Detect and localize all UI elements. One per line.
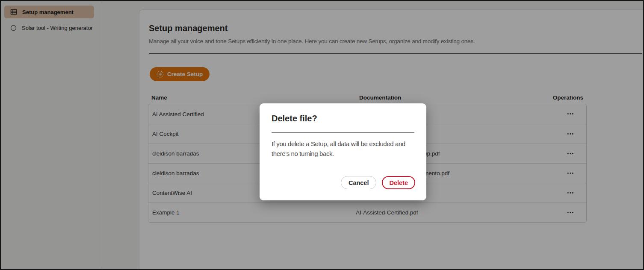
delete-button[interactable]: Delete (382, 176, 415, 189)
dialog-message: If you delete a Setup, all data will be … (272, 139, 415, 158)
dialog-actions: Cancel Delete (341, 176, 415, 189)
cancel-button[interactable]: Cancel (341, 176, 377, 189)
app-window: Setup management Solar tool - Writing ge… (0, 0, 644, 270)
delete-file-dialog: Delete file? If you delete a Setup, all … (260, 103, 426, 200)
dialog-divider (272, 132, 414, 133)
dialog-title: Delete file? (272, 114, 317, 123)
